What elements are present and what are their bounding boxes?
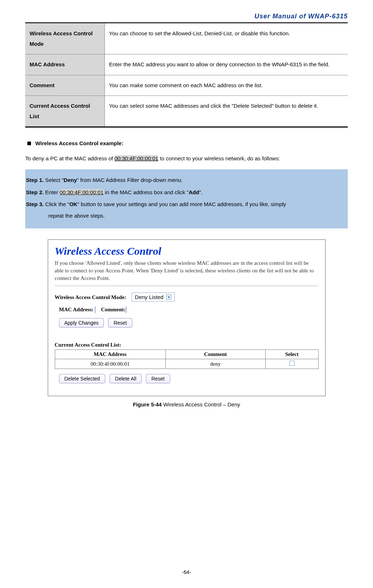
list-heading: Current Access Control List: [55, 342, 319, 348]
ss-title: Wireless Access Control [55, 245, 319, 257]
table-row: Comment You can make some comment on eac… [25, 75, 348, 96]
step-3: Step 3. Click the "OK" button to save yo… [26, 199, 347, 221]
table-row: MAC Address Enter the MAC address you wa… [25, 54, 348, 75]
mac-label: MAC Address: [59, 307, 94, 312]
screenshot-panel: Wireless Access Control If you choose 'A… [48, 239, 326, 396]
step-1: Step 1. Select "Deny" from MAC Address F… [26, 174, 347, 186]
example-intro: To deny a PC at the MAC address of 00:30… [25, 154, 348, 163]
step-text: " from MAC Address Filter drop-down menu… [77, 177, 183, 183]
step-text: ". [199, 189, 203, 195]
cell-mac: 00:30:4f:00:00:01 [55, 359, 165, 369]
desc-cell: You can select some MAC addresses and cl… [105, 96, 348, 127]
step-bold: Deny [64, 177, 77, 183]
desc-cell: You can make some comment on each MAC ad… [105, 75, 348, 96]
step-label: Step 2. [26, 189, 44, 195]
step-text: in the MAC address box and click " [103, 189, 188, 195]
ss-divider [55, 286, 319, 286]
mac-input[interactable] [95, 307, 96, 313]
comment-input[interactable] [126, 307, 126, 313]
delete-all-button[interactable]: Delete All [110, 374, 142, 383]
table-header-row: MAC Address Comment Select [55, 350, 318, 359]
example-heading: Wireless Access Control example: [25, 140, 348, 146]
page-number: -64- [0, 569, 373, 575]
term-cell: MAC Address [25, 54, 105, 75]
mode-select[interactable]: Deny Listed ▾ [132, 293, 175, 302]
page-container: User Manual of WNAP-6315 Wireless Access… [0, 0, 373, 588]
intro-pre: To deny a PC at the MAC address of [25, 155, 115, 161]
col-select: Select [266, 350, 318, 359]
step-text: Enter [45, 189, 59, 195]
step-mac: 00:30:4F:00:00:01 [59, 189, 103, 195]
header-title: User Manual of WNAP-6315 [25, 13, 348, 20]
desc-cell: Enter the MAC address you want to allow … [105, 54, 348, 75]
term-cell: Comment [25, 75, 105, 96]
step-line2: repeat the above steps. [26, 210, 347, 222]
col-comment: Comment [165, 350, 266, 359]
button-row-1: Apply Changes Reset [59, 318, 319, 328]
step-text: Select " [45, 177, 63, 183]
col-mac: MAC Address [55, 350, 165, 359]
mode-label: Wireless Access Control Mode: [55, 294, 126, 300]
apply-changes-button[interactable]: Apply Changes [59, 318, 104, 328]
steps-box: Step 1. Select "Deny" from MAC Address F… [25, 169, 348, 228]
reset-button[interactable]: Reset [108, 318, 132, 328]
step-label: Step 3. [26, 201, 44, 207]
caption-rest: Wireless Access Control – Deny [162, 401, 240, 407]
caption-bold: Figure 5-44 [133, 401, 162, 407]
mac-comment-row: MAC Address: Comment: [59, 307, 319, 313]
mode-row: Wireless Access Control Mode: Deny Liste… [55, 293, 319, 302]
cell-select [266, 359, 318, 369]
bullet-square-icon [27, 142, 31, 145]
reset-button-2[interactable]: Reset [146, 374, 170, 383]
step-text: Click the " [45, 201, 69, 207]
table-row: 00:30:4f:00:00:01 deny [55, 359, 318, 369]
table-row: Wireless Access Control Mode You can cho… [25, 23, 348, 54]
step-bold: Add [188, 189, 199, 195]
step-bold: OK [69, 201, 77, 207]
step-label: Step 1. [26, 177, 44, 183]
cell-comment: deny [165, 359, 266, 369]
intro-post: to connect to your wireless network, do … [158, 155, 280, 161]
screenshot-wrap: Wireless Access Control If you choose 'A… [48, 239, 326, 407]
example-section: Wireless Access Control example: To deny… [25, 140, 348, 407]
comment-label: Comment: [101, 307, 125, 312]
step-text: " button to save your settings and you c… [77, 201, 286, 207]
table-row: Current Access Control List You can sele… [25, 96, 348, 127]
term-cell: Current Access Control List [25, 96, 105, 127]
button-row-2: Delete Selected Delete All Reset [59, 374, 319, 383]
access-control-list-table: MAC Address Comment Select 00:30:4f:00:0… [55, 349, 319, 369]
delete-selected-button[interactable]: Delete Selected [59, 374, 106, 383]
figure-caption: Figure 5-44 Wireless Access Control – De… [48, 401, 326, 407]
example-heading-text: Wireless Access Control example: [35, 140, 123, 146]
desc-cell: You can choose to set the Allowed-List, … [105, 23, 348, 54]
term-cell: Wireless Access Control Mode [25, 23, 105, 54]
select-checkbox[interactable] [289, 361, 294, 366]
step-2: Step 2. Enter 00:30:4F:00:00:01 in the M… [26, 187, 347, 198]
ss-intro: If you choose 'Allowed Listed', only tho… [55, 259, 319, 282]
intro-mac: 00:30:4F:00:00:01 [115, 155, 159, 161]
definitions-table: Wireless Access Control Mode You can cho… [25, 23, 348, 128]
chevron-down-icon: ▾ [166, 294, 172, 300]
mode-select-value: Deny Listed [135, 294, 163, 300]
